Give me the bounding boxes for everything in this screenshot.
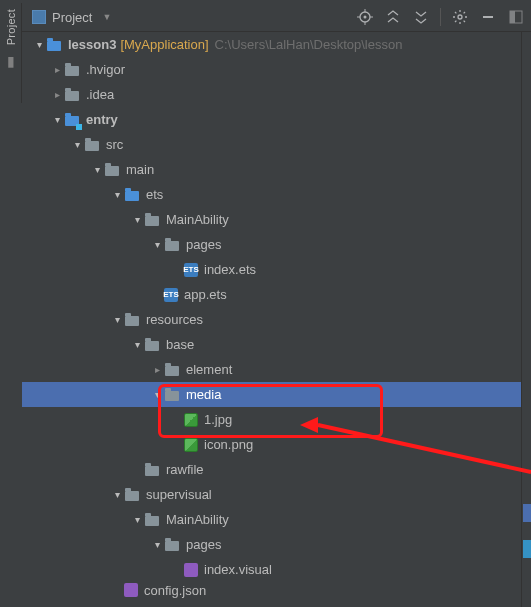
tree-item-label: rawfile bbox=[166, 462, 204, 477]
chevron-down-icon[interactable] bbox=[110, 489, 124, 500]
chevron-down-icon[interactable] bbox=[50, 114, 64, 125]
tree-row[interactable]: icon.png bbox=[22, 432, 521, 457]
chevron-down-icon[interactable] bbox=[130, 339, 144, 350]
tree-item-label: main bbox=[126, 162, 154, 177]
chevron-right-icon[interactable] bbox=[150, 364, 164, 375]
tree-row[interactable]: src bbox=[22, 132, 521, 157]
project-tree[interactable]: lesson3 [MyApplication]C:\Users\LalHan\D… bbox=[22, 32, 521, 607]
tool-window-label: Project bbox=[5, 9, 17, 45]
tool-window-tab[interactable]: Project ▮ bbox=[0, 3, 22, 103]
tree-row[interactable]: pages bbox=[22, 232, 521, 257]
file-img-icon bbox=[184, 413, 198, 427]
tree-row[interactable]: ets bbox=[22, 182, 521, 207]
tree-row[interactable]: MainAbility bbox=[22, 507, 521, 532]
tree-item-label: supervisual bbox=[146, 487, 212, 502]
tree-item-label: .idea bbox=[86, 87, 114, 102]
chevron-down-icon[interactable] bbox=[150, 539, 164, 550]
svg-point-1 bbox=[364, 16, 367, 19]
tree-row[interactable]: ETSapp.ets bbox=[22, 282, 521, 307]
tree-item-label: src bbox=[106, 137, 123, 152]
tree-row[interactable]: config.json bbox=[22, 582, 521, 598]
svg-point-6 bbox=[458, 15, 462, 19]
folder-icon bbox=[144, 462, 160, 478]
file-visual-icon bbox=[124, 583, 138, 597]
gutter-marker[interactable] bbox=[523, 540, 531, 558]
project-toolbar: Project ▼ bbox=[0, 3, 531, 32]
hide-icon[interactable] bbox=[479, 8, 497, 26]
right-gutter bbox=[521, 32, 531, 607]
chevron-right-icon[interactable] bbox=[50, 64, 64, 75]
tree-row[interactable]: base bbox=[22, 332, 521, 357]
chevron-down-icon[interactable] bbox=[110, 314, 124, 325]
folder-icon bbox=[164, 362, 180, 378]
collapse-all-icon[interactable] bbox=[412, 8, 430, 26]
tree-row[interactable]: supervisual bbox=[22, 482, 521, 507]
tree-item-label: app.ets bbox=[184, 287, 227, 302]
expand-all-icon[interactable] bbox=[384, 8, 402, 26]
project-view-label[interactable]: Project bbox=[52, 10, 92, 25]
project-bracket-label: [MyApplication] bbox=[120, 37, 208, 52]
chevron-down-icon[interactable] bbox=[32, 39, 46, 50]
tree-item-label: MainAbility bbox=[166, 512, 229, 527]
tree-row[interactable]: media bbox=[22, 382, 521, 407]
tree-item-label: entry bbox=[86, 112, 118, 127]
chevron-down-icon[interactable]: ▼ bbox=[102, 12, 111, 22]
toolbar-divider bbox=[440, 8, 441, 26]
folder-icon bbox=[46, 37, 62, 53]
tree-row[interactable]: ETSindex.ets bbox=[22, 257, 521, 282]
tree-item-label: base bbox=[166, 337, 194, 352]
tree-item-label: ets bbox=[146, 187, 163, 202]
folder-icon bbox=[144, 512, 160, 528]
tree-row[interactable]: pages bbox=[22, 532, 521, 557]
folder-icon bbox=[164, 537, 180, 553]
file-ets-icon: ETS bbox=[184, 263, 198, 277]
tree-row[interactable]: entry bbox=[22, 107, 521, 132]
chevron-down-icon[interactable] bbox=[90, 164, 104, 175]
dock-icon[interactable] bbox=[507, 8, 525, 26]
folder-icon bbox=[84, 137, 100, 153]
tree-item-label: .hvigor bbox=[86, 62, 125, 77]
tree-row[interactable]: .hvigor bbox=[22, 57, 521, 82]
chevron-down-icon[interactable] bbox=[150, 389, 164, 400]
tree-row[interactable]: 1.jpg bbox=[22, 407, 521, 432]
folder-icon bbox=[64, 87, 80, 103]
tree-row[interactable]: main bbox=[22, 157, 521, 182]
chevron-down-icon[interactable] bbox=[110, 189, 124, 200]
tree-item-label: icon.png bbox=[204, 437, 253, 452]
chevron-right-icon[interactable] bbox=[50, 89, 64, 100]
folder-icon bbox=[164, 237, 180, 253]
folder-icon bbox=[64, 62, 80, 78]
tree-row[interactable]: lesson3 [MyApplication]C:\Users\LalHan\D… bbox=[22, 32, 521, 57]
folder-icon: ▮ bbox=[7, 53, 15, 69]
tree-row[interactable]: rawfile bbox=[22, 457, 521, 482]
tree-row[interactable]: resources bbox=[22, 307, 521, 332]
folder-icon bbox=[124, 487, 140, 503]
folder-icon bbox=[104, 162, 120, 178]
folder-icon bbox=[144, 337, 160, 353]
chevron-down-icon[interactable] bbox=[130, 214, 144, 225]
tree-row[interactable]: element bbox=[22, 357, 521, 382]
svg-rect-9 bbox=[510, 11, 515, 23]
gutter-marker[interactable] bbox=[523, 504, 531, 522]
gear-icon[interactable] bbox=[451, 8, 469, 26]
chevron-down-icon[interactable] bbox=[150, 239, 164, 250]
tree-item-label: index.ets bbox=[204, 262, 256, 277]
tree-item-label: pages bbox=[186, 537, 221, 552]
tree-row[interactable]: index.visual bbox=[22, 557, 521, 582]
file-img-icon bbox=[184, 438, 198, 452]
folder-icon bbox=[64, 112, 80, 128]
tree-item-label: index.visual bbox=[204, 562, 272, 577]
folder-icon bbox=[124, 312, 140, 328]
tree-item-label: pages bbox=[186, 237, 221, 252]
tree-item-label: media bbox=[186, 387, 221, 402]
tree-item-label: resources bbox=[146, 312, 203, 327]
folder-icon bbox=[124, 187, 140, 203]
tree-row[interactable]: MainAbility bbox=[22, 207, 521, 232]
file-ets-icon: ETS bbox=[164, 288, 178, 302]
tree-item-label: config.json bbox=[144, 583, 206, 598]
folder-icon bbox=[164, 387, 180, 403]
tree-row[interactable]: .idea bbox=[22, 82, 521, 107]
chevron-down-icon[interactable] bbox=[130, 514, 144, 525]
locate-icon[interactable] bbox=[356, 8, 374, 26]
chevron-down-icon[interactable] bbox=[70, 139, 84, 150]
